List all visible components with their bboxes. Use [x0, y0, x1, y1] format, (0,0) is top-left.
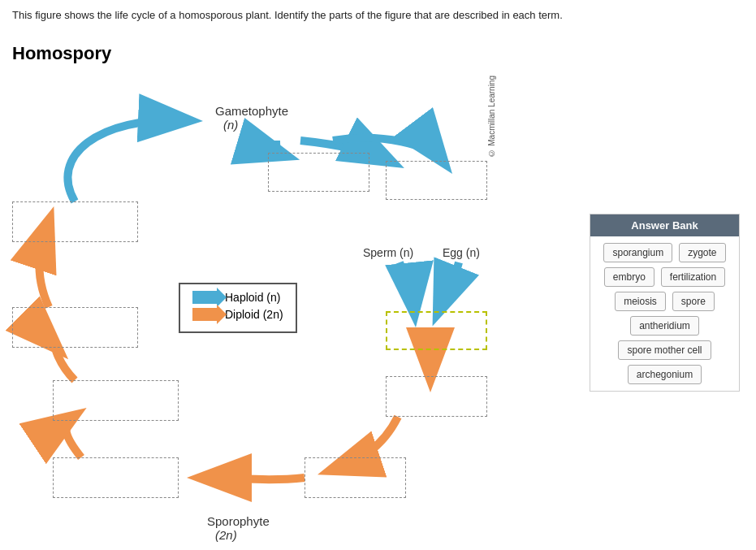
drop-box-2[interactable] [268, 153, 369, 192]
drop-box-1[interactable] [12, 201, 138, 242]
diploid-arrow-icon [192, 308, 218, 321]
chip-spore-mother-cell[interactable]: spore mother cell [618, 340, 711, 360]
answer-row-1: sporangium zygote [597, 243, 732, 262]
chip-fertilization[interactable]: fertilization [661, 267, 725, 287]
answer-bank-body: sporangium zygote embryo fertilization m… [590, 236, 739, 391]
sporophyte-label: Sporophyte (2n) [207, 514, 270, 542]
diagram-title: Homospory [12, 43, 111, 64]
gametophyte-label: Gametophyte (n) [215, 104, 288, 132]
answer-row-2: embryo fertilization [597, 267, 732, 287]
chip-sporangium[interactable]: sporangium [603, 243, 672, 262]
answer-row-3: meiosis spore [597, 292, 732, 311]
legend-box: Haploid (n) Diploid (2n) [179, 283, 297, 333]
drop-box-5[interactable] [386, 376, 487, 417]
chip-antheridium[interactable]: antheridium [630, 316, 699, 336]
egg-label: Egg (n) [443, 246, 480, 259]
drop-box-8[interactable] [53, 457, 179, 498]
legend-diploid: Diploid (2n) [192, 308, 283, 321]
chip-meiosis[interactable]: meiosis [615, 292, 666, 311]
instruction-text: This figure shows the life cycle of a ho… [0, 0, 756, 27]
legend-haploid: Haploid (n) [192, 291, 283, 304]
drop-box-9[interactable] [305, 457, 406, 498]
chip-embryo[interactable]: embryo [604, 267, 654, 287]
diagram-area: Homospory © Macmillan Learning [0, 27, 756, 547]
answer-row-5: spore mother cell [597, 340, 732, 360]
haploid-arrow-icon [192, 291, 218, 304]
sperm-label: Sperm (n) [363, 246, 413, 259]
drop-box-6[interactable] [12, 307, 138, 348]
chip-spore[interactable]: spore [672, 292, 715, 311]
chip-archegonium[interactable]: archegonium [628, 365, 702, 384]
watermark: © Macmillan Learning [487, 76, 496, 158]
drop-box-7[interactable] [53, 380, 179, 421]
drop-box-4[interactable] [386, 311, 487, 350]
answer-bank: Answer Bank sporangium zygote embryo fer… [590, 214, 740, 392]
answer-bank-header: Answer Bank [590, 214, 739, 236]
answer-row-4: antheridium [597, 316, 732, 336]
answer-row-6: archegonium [597, 365, 732, 384]
chip-zygote[interactable]: zygote [679, 243, 725, 262]
drop-box-3[interactable] [386, 161, 487, 200]
